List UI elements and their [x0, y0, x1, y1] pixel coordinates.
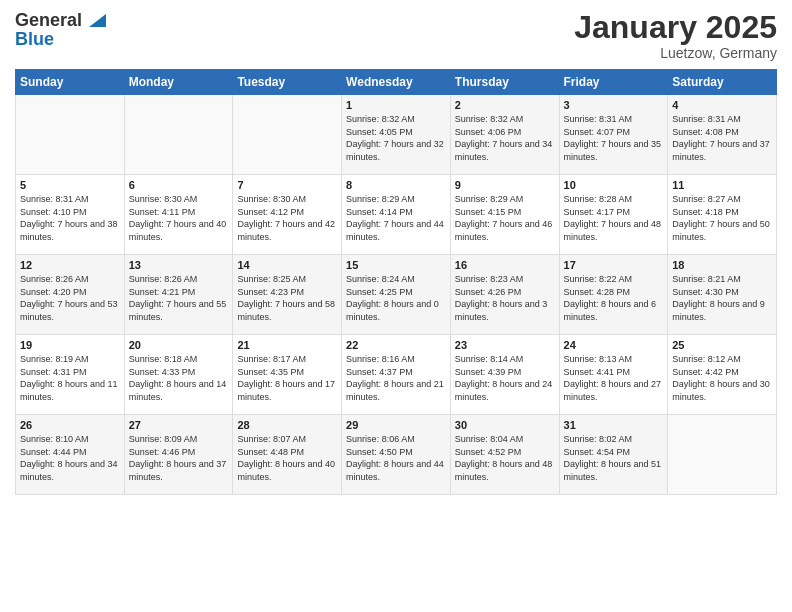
day-info: Sunrise: 8:16 AM Sunset: 4:37 PM Dayligh… — [346, 353, 446, 403]
week-row-5: 26Sunrise: 8:10 AM Sunset: 4:44 PM Dayli… — [16, 415, 777, 495]
day-info: Sunrise: 8:07 AM Sunset: 4:48 PM Dayligh… — [237, 433, 337, 483]
day-info: Sunrise: 8:14 AM Sunset: 4:39 PM Dayligh… — [455, 353, 555, 403]
day-header-thursday: Thursday — [450, 70, 559, 95]
calendar-cell: 21Sunrise: 8:17 AM Sunset: 4:35 PM Dayli… — [233, 335, 342, 415]
calendar-cell: 5Sunrise: 8:31 AM Sunset: 4:10 PM Daylig… — [16, 175, 125, 255]
day-header-sunday: Sunday — [16, 70, 125, 95]
day-header-saturday: Saturday — [668, 70, 777, 95]
day-info: Sunrise: 8:23 AM Sunset: 4:26 PM Dayligh… — [455, 273, 555, 323]
calendar-subtitle: Luetzow, Germany — [574, 45, 777, 61]
days-header-row: SundayMondayTuesdayWednesdayThursdayFrid… — [16, 70, 777, 95]
calendar-cell: 2Sunrise: 8:32 AM Sunset: 4:06 PM Daylig… — [450, 95, 559, 175]
day-info: Sunrise: 8:04 AM Sunset: 4:52 PM Dayligh… — [455, 433, 555, 483]
week-row-4: 19Sunrise: 8:19 AM Sunset: 4:31 PM Dayli… — [16, 335, 777, 415]
day-info: Sunrise: 8:28 AM Sunset: 4:17 PM Dayligh… — [564, 193, 664, 243]
calendar-cell: 4Sunrise: 8:31 AM Sunset: 4:08 PM Daylig… — [668, 95, 777, 175]
day-number: 27 — [129, 419, 229, 431]
calendar-title: January 2025 — [574, 10, 777, 45]
day-info: Sunrise: 8:26 AM Sunset: 4:21 PM Dayligh… — [129, 273, 229, 323]
day-number: 4 — [672, 99, 772, 111]
week-row-1: 1Sunrise: 8:32 AM Sunset: 4:05 PM Daylig… — [16, 95, 777, 175]
day-number: 31 — [564, 419, 664, 431]
calendar-cell: 19Sunrise: 8:19 AM Sunset: 4:31 PM Dayli… — [16, 335, 125, 415]
day-info: Sunrise: 8:31 AM Sunset: 4:08 PM Dayligh… — [672, 113, 772, 163]
day-number: 16 — [455, 259, 555, 271]
calendar-cell: 24Sunrise: 8:13 AM Sunset: 4:41 PM Dayli… — [559, 335, 668, 415]
day-number: 3 — [564, 99, 664, 111]
day-number: 6 — [129, 179, 229, 191]
day-number: 19 — [20, 339, 120, 351]
calendar-cell: 9Sunrise: 8:29 AM Sunset: 4:15 PM Daylig… — [450, 175, 559, 255]
day-number: 14 — [237, 259, 337, 271]
day-number: 29 — [346, 419, 446, 431]
week-row-3: 12Sunrise: 8:26 AM Sunset: 4:20 PM Dayli… — [16, 255, 777, 335]
day-info: Sunrise: 8:21 AM Sunset: 4:30 PM Dayligh… — [672, 273, 772, 323]
calendar-cell: 26Sunrise: 8:10 AM Sunset: 4:44 PM Dayli… — [16, 415, 125, 495]
day-number: 15 — [346, 259, 446, 271]
day-number: 10 — [564, 179, 664, 191]
day-info: Sunrise: 8:24 AM Sunset: 4:25 PM Dayligh… — [346, 273, 446, 323]
day-number: 24 — [564, 339, 664, 351]
day-header-monday: Monday — [124, 70, 233, 95]
day-number: 9 — [455, 179, 555, 191]
day-number: 22 — [346, 339, 446, 351]
logo: General Blue — [15, 10, 106, 50]
calendar-cell: 16Sunrise: 8:23 AM Sunset: 4:26 PM Dayli… — [450, 255, 559, 335]
day-header-friday: Friday — [559, 70, 668, 95]
day-info: Sunrise: 8:02 AM Sunset: 4:54 PM Dayligh… — [564, 433, 664, 483]
calendar-cell: 10Sunrise: 8:28 AM Sunset: 4:17 PM Dayli… — [559, 175, 668, 255]
calendar-cell: 7Sunrise: 8:30 AM Sunset: 4:12 PM Daylig… — [233, 175, 342, 255]
calendar-cell: 27Sunrise: 8:09 AM Sunset: 4:46 PM Dayli… — [124, 415, 233, 495]
day-info: Sunrise: 8:32 AM Sunset: 4:06 PM Dayligh… — [455, 113, 555, 163]
calendar-cell: 6Sunrise: 8:30 AM Sunset: 4:11 PM Daylig… — [124, 175, 233, 255]
calendar-cell: 14Sunrise: 8:25 AM Sunset: 4:23 PM Dayli… — [233, 255, 342, 335]
logo-icon — [84, 9, 106, 31]
svg-marker-0 — [89, 14, 106, 27]
day-header-wednesday: Wednesday — [342, 70, 451, 95]
day-info: Sunrise: 8:27 AM Sunset: 4:18 PM Dayligh… — [672, 193, 772, 243]
calendar-cell: 8Sunrise: 8:29 AM Sunset: 4:14 PM Daylig… — [342, 175, 451, 255]
calendar-cell: 31Sunrise: 8:02 AM Sunset: 4:54 PM Dayli… — [559, 415, 668, 495]
day-info: Sunrise: 8:12 AM Sunset: 4:42 PM Dayligh… — [672, 353, 772, 403]
day-info: Sunrise: 8:30 AM Sunset: 4:11 PM Dayligh… — [129, 193, 229, 243]
day-number: 18 — [672, 259, 772, 271]
day-info: Sunrise: 8:10 AM Sunset: 4:44 PM Dayligh… — [20, 433, 120, 483]
day-number: 21 — [237, 339, 337, 351]
day-number: 30 — [455, 419, 555, 431]
day-number: 20 — [129, 339, 229, 351]
calendar-cell: 28Sunrise: 8:07 AM Sunset: 4:48 PM Dayli… — [233, 415, 342, 495]
calendar-page: General Blue January 2025 Luetzow, Germa… — [0, 0, 792, 612]
calendar-cell: 30Sunrise: 8:04 AM Sunset: 4:52 PM Dayli… — [450, 415, 559, 495]
calendar-cell: 18Sunrise: 8:21 AM Sunset: 4:30 PM Dayli… — [668, 255, 777, 335]
calendar-cell — [16, 95, 125, 175]
calendar-cell: 1Sunrise: 8:32 AM Sunset: 4:05 PM Daylig… — [342, 95, 451, 175]
calendar-cell: 3Sunrise: 8:31 AM Sunset: 4:07 PM Daylig… — [559, 95, 668, 175]
day-number: 5 — [20, 179, 120, 191]
day-info: Sunrise: 8:06 AM Sunset: 4:50 PM Dayligh… — [346, 433, 446, 483]
logo-blue-text: Blue — [15, 29, 106, 50]
day-info: Sunrise: 8:31 AM Sunset: 4:10 PM Dayligh… — [20, 193, 120, 243]
day-info: Sunrise: 8:25 AM Sunset: 4:23 PM Dayligh… — [237, 273, 337, 323]
day-number: 25 — [672, 339, 772, 351]
day-number: 1 — [346, 99, 446, 111]
day-info: Sunrise: 8:29 AM Sunset: 4:15 PM Dayligh… — [455, 193, 555, 243]
calendar-cell: 29Sunrise: 8:06 AM Sunset: 4:50 PM Dayli… — [342, 415, 451, 495]
calendar-cell: 12Sunrise: 8:26 AM Sunset: 4:20 PM Dayli… — [16, 255, 125, 335]
header: General Blue January 2025 Luetzow, Germa… — [15, 10, 777, 61]
day-info: Sunrise: 8:26 AM Sunset: 4:20 PM Dayligh… — [20, 273, 120, 323]
day-number: 8 — [346, 179, 446, 191]
day-info: Sunrise: 8:09 AM Sunset: 4:46 PM Dayligh… — [129, 433, 229, 483]
day-number: 23 — [455, 339, 555, 351]
day-info: Sunrise: 8:32 AM Sunset: 4:05 PM Dayligh… — [346, 113, 446, 163]
calendar-cell: 25Sunrise: 8:12 AM Sunset: 4:42 PM Dayli… — [668, 335, 777, 415]
calendar-table: SundayMondayTuesdayWednesdayThursdayFrid… — [15, 69, 777, 495]
calendar-cell — [668, 415, 777, 495]
calendar-cell: 15Sunrise: 8:24 AM Sunset: 4:25 PM Dayli… — [342, 255, 451, 335]
calendar-cell: 22Sunrise: 8:16 AM Sunset: 4:37 PM Dayli… — [342, 335, 451, 415]
calendar-cell — [233, 95, 342, 175]
day-info: Sunrise: 8:31 AM Sunset: 4:07 PM Dayligh… — [564, 113, 664, 163]
day-info: Sunrise: 8:19 AM Sunset: 4:31 PM Dayligh… — [20, 353, 120, 403]
day-header-tuesday: Tuesday — [233, 70, 342, 95]
day-info: Sunrise: 8:29 AM Sunset: 4:14 PM Dayligh… — [346, 193, 446, 243]
day-info: Sunrise: 8:30 AM Sunset: 4:12 PM Dayligh… — [237, 193, 337, 243]
